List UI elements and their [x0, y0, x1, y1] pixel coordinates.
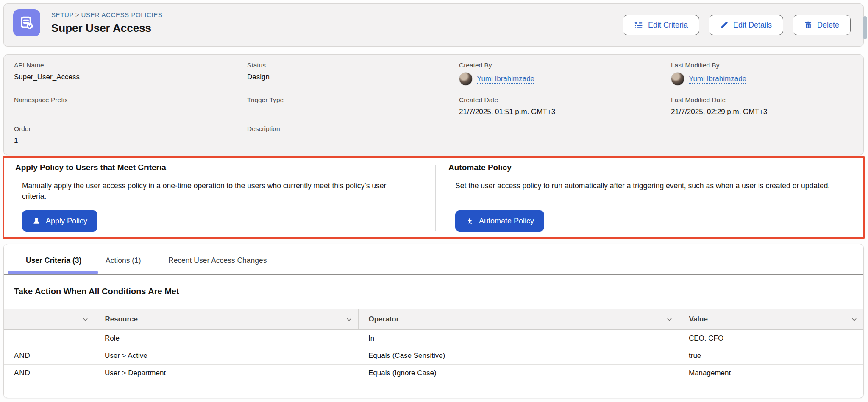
- field-namespace-prefix: Namespace Prefix: [14, 96, 234, 108]
- tab-actions[interactable]: Actions (1): [106, 256, 141, 265]
- delete-button[interactable]: Delete: [793, 15, 851, 35]
- resource-cell: Role: [95, 330, 358, 347]
- field-order: Order 1: [14, 125, 234, 145]
- field-last-modified-by: Last Modified By Yumi Ibrahimzade: [671, 61, 853, 86]
- column-header-resource[interactable]: Resource: [95, 309, 358, 330]
- column-label: Resource: [105, 315, 138, 324]
- field-label: Last Modified Date: [671, 96, 853, 104]
- operator-cell: In: [358, 330, 679, 347]
- automate-policy-button-label: Automate Policy: [479, 217, 534, 226]
- value-cell: CEO, CFO: [679, 330, 863, 347]
- page-title: Super User Access: [51, 22, 151, 35]
- created-by-user-link[interactable]: Yumi Ibrahimzade: [477, 75, 534, 83]
- policy-tabs-panel: User Criteria (3) Actions (1) Recent Use…: [3, 244, 864, 398]
- apply-policy-button-label: Apply Policy: [46, 217, 87, 226]
- automate-policy-button[interactable]: Automate Policy: [455, 210, 544, 232]
- operator-cell: Equals (Case Sensitive): [358, 347, 679, 365]
- user-icon: [32, 217, 41, 225]
- chevron-down-icon[interactable]: [346, 316, 352, 323]
- column-header-logic[interactable]: [4, 309, 95, 330]
- avatar: [671, 72, 684, 86]
- tab-user-criteria[interactable]: User Criteria (3): [26, 256, 81, 265]
- apply-policy-description: Manually apply the user access policy in…: [22, 181, 412, 202]
- user-access-policy-page: SETUP>USER ACCESS POLICIES Super User Ac…: [0, 0, 868, 402]
- column-header-value[interactable]: Value: [679, 309, 863, 330]
- tab-bar: User Criteria (3) Actions (1) Recent Use…: [4, 244, 863, 275]
- breadcrumb-parent-link[interactable]: USER ACCESS POLICIES: [81, 11, 162, 18]
- field-value: 21/7/2025, 02:29 p.m. GMT+3: [671, 108, 853, 116]
- avatar: [459, 72, 473, 86]
- value-cell: true: [679, 347, 863, 365]
- edit-details-button[interactable]: Edit Details: [709, 15, 783, 35]
- field-label: Namespace Prefix: [14, 96, 234, 104]
- resource-cell: User > Department: [95, 365, 358, 382]
- field-value: 21/7/2025, 01:51 p.m. GMT+3: [459, 108, 662, 116]
- logic-cell: AND: [4, 365, 95, 382]
- chevron-down-icon[interactable]: [666, 316, 673, 323]
- field-label: Last Modified By: [671, 61, 853, 69]
- operator-cell: Equals (Ignore Case): [358, 365, 679, 382]
- column-label: Operator: [369, 315, 399, 324]
- user-access-policy-icon: [13, 9, 40, 36]
- chevron-down-icon[interactable]: [851, 316, 857, 323]
- breadcrumb-separator: >: [74, 11, 81, 18]
- table-header-row: Resource Operator Value: [4, 309, 863, 330]
- field-label: Trigger Type: [247, 96, 451, 104]
- field-label: Created Date: [459, 96, 662, 104]
- panel-divider: [435, 165, 436, 231]
- field-label: Order: [14, 125, 234, 133]
- field-value: Design: [247, 73, 451, 81]
- edit-criteria-label: Edit Criteria: [648, 21, 688, 30]
- breadcrumb: SETUP>USER ACCESS POLICIES: [51, 11, 162, 18]
- field-value: Super_User_Access: [14, 73, 234, 81]
- automate-policy-description: Set the user access policy to run automa…: [455, 181, 849, 191]
- field-last-modified-date: Last Modified Date 21/7/2025, 02:29 p.m.…: [671, 96, 853, 116]
- apply-policy-button[interactable]: Apply Policy: [22, 210, 97, 232]
- field-label: Created By: [459, 61, 662, 69]
- breadcrumb-setup-link[interactable]: SETUP: [51, 11, 74, 18]
- active-tab-indicator: [8, 271, 98, 274]
- column-label: Value: [689, 315, 708, 324]
- field-description: Description: [247, 125, 451, 137]
- field-created-date: Created Date 21/7/2025, 01:51 p.m. GMT+3: [459, 96, 662, 116]
- tab-recent-user-access-changes[interactable]: Recent User Access Changes: [168, 256, 267, 265]
- chevron-down-icon[interactable]: [82, 316, 89, 323]
- user-criteria-table: Resource Operator Value Role: [4, 309, 863, 382]
- field-api-name: API Name Super_User_Access: [14, 61, 234, 81]
- field-label: Status: [247, 61, 451, 69]
- pencil-icon: [720, 21, 729, 29]
- flow-lightning-icon: [465, 217, 474, 225]
- delete-label: Delete: [817, 21, 839, 30]
- criteria-row: AND User > Active Equals (Case Sensitive…: [4, 347, 863, 365]
- field-trigger-type: Trigger Type: [247, 96, 451, 108]
- field-value: 1: [14, 137, 234, 145]
- edit-details-label: Edit Details: [733, 21, 772, 30]
- policy-details-panel: API Name Super_User_Access Namespace Pre…: [3, 54, 864, 155]
- resource-cell: User > Active: [95, 347, 358, 365]
- logic-cell: [4, 330, 95, 347]
- trash-icon: [804, 21, 812, 29]
- field-status: Status Design: [247, 61, 451, 81]
- column-header-operator[interactable]: Operator: [358, 309, 679, 330]
- field-created-by: Created By Yumi Ibrahimzade: [459, 61, 662, 86]
- value-cell: Management: [679, 365, 863, 382]
- criteria-row: AND User > Department Equals (Ignore Cas…: [4, 365, 863, 382]
- logic-cell: AND: [4, 347, 95, 365]
- policy-actions-section-highlighted: Apply Policy to Users that Meet Criteria…: [3, 156, 865, 239]
- automate-policy-title: Automate Policy: [448, 163, 512, 172]
- checklist-icon: [634, 20, 643, 30]
- last-modified-by-user-link[interactable]: Yumi Ibrahimzade: [689, 75, 746, 83]
- document-check-icon: [19, 15, 35, 31]
- field-label: API Name: [14, 61, 234, 69]
- apply-policy-title: Apply Policy to Users that Meet Criteria: [15, 163, 166, 172]
- header-action-buttons: Edit Criteria Edit Details Delete: [623, 15, 851, 35]
- criteria-row: Role In CEO, CFO: [4, 330, 863, 347]
- scrollbar-thumb[interactable]: [863, 16, 867, 39]
- edit-criteria-button[interactable]: Edit Criteria: [623, 15, 699, 35]
- conditions-heading: Take Action When All Conditions Are Met: [14, 287, 179, 296]
- field-label: Description: [247, 125, 451, 133]
- page-header: SETUP>USER ACCESS POLICIES Super User Ac…: [3, 3, 864, 47]
